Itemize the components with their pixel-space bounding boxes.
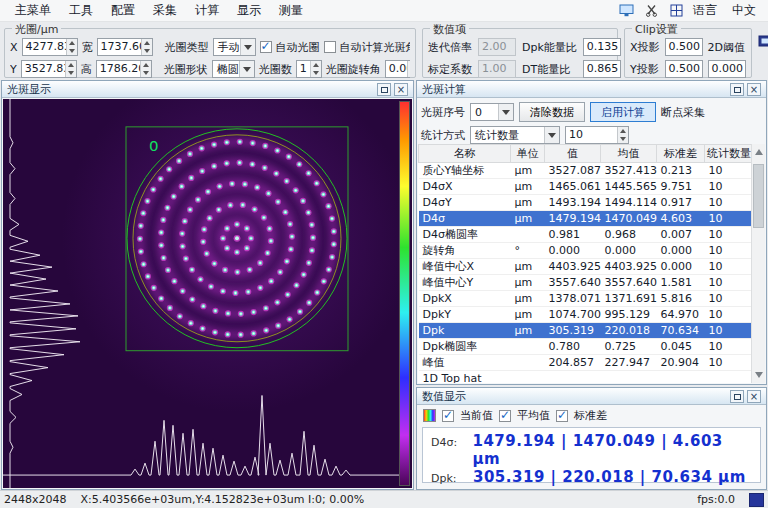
table-header-cell[interactable]: 单位: [511, 145, 545, 163]
table-row[interactable]: 旋转角°0.0000.0000.00010: [419, 243, 753, 259]
scissors-icon[interactable]: [643, 4, 659, 18]
x-projection-input[interactable]: 0.500: [665, 38, 703, 56]
menu-item[interactable]: 配置: [102, 0, 144, 22]
table-row[interactable]: DpkXμm1378.0711371.6915.81610: [419, 291, 753, 307]
clip-group-title: Clip设置: [632, 22, 681, 37]
aperture-rotation-input[interactable]: 0.00: [385, 60, 410, 78]
table-row[interactable]: D4σ椭圆率0.9810.9680.00710: [419, 227, 753, 243]
table-cell: 10: [705, 179, 753, 195]
table-row[interactable]: D4σXμm1465.0611445.5659.75110: [419, 179, 753, 195]
float-icon[interactable]: [730, 390, 744, 403]
table-cell: 9.751: [657, 179, 705, 195]
table-cell: [511, 355, 545, 371]
y-projection-input[interactable]: 0.500: [665, 60, 703, 78]
table-cell: °: [511, 243, 545, 259]
spot-image[interactable]: 0: [3, 99, 412, 488]
table-row[interactable]: 质心Y轴坐标μm3527.0873527.4130.21310: [419, 163, 753, 179]
table-cell: 10: [705, 259, 753, 275]
monitor-icon[interactable]: [618, 4, 634, 18]
calc-table: 名称单位值均值标准差统计数量 质心Y轴坐标μm3527.0873527.4130…: [418, 144, 765, 383]
auto-angle-checkbox[interactable]: [324, 41, 336, 53]
aperture-shape-select[interactable]: 椭圆: [212, 60, 255, 78]
spot-calc-panel: 光斑计算 × 光斑序号 0 清除数据 启用计算 断点采集 统计方式 统计数量 1…: [416, 80, 767, 385]
readout-options: 当前值平均值标准差: [417, 405, 766, 426]
palette-icon[interactable]: [423, 409, 436, 422]
numeric-field-input[interactable]: 1.00: [478, 60, 516, 78]
spot-index-select[interactable]: 0: [470, 103, 514, 121]
aperture-x-input[interactable]: 4277.83: [22, 38, 78, 56]
numeric-group: 数值项 迭代倍率2.00Dpk能量比0.135标定系数1.00DT能量比0.86…: [422, 28, 618, 78]
table-cell: [545, 371, 601, 384]
stats-mode-label: 统计方式: [421, 128, 465, 143]
float-icon[interactable]: [377, 83, 391, 96]
table-cell: 3527.413: [601, 163, 657, 179]
numeric-field-input[interactable]: 0.865: [583, 60, 621, 78]
aperture-count-input[interactable]: 1: [296, 60, 322, 78]
table-header-cell[interactable]: 均值: [601, 145, 657, 163]
grid-icon[interactable]: [668, 4, 684, 18]
table-cell: 1D Top hat: [419, 371, 511, 384]
spot-calc-titlebar: 光斑计算 ×: [417, 81, 766, 98]
stats-count-input[interactable]: 10: [565, 126, 629, 144]
toolbar: 光圈/μm X 4277.83 宽 1737.60 光圈类型 手动 自动光圈 自…: [0, 22, 768, 80]
auto-aperture-checkbox[interactable]: [260, 41, 272, 53]
table-row[interactable]: Dpk椭圆率0.7800.7250.04510: [419, 339, 753, 355]
table-cell: 64.970: [657, 307, 705, 323]
spot-display-panel: 光斑显示 × 0: [1, 80, 414, 490]
scrollbar-thumb[interactable]: [753, 164, 764, 228]
numeric-field-input[interactable]: 0.135: [583, 38, 621, 56]
float-icon[interactable]: [730, 83, 744, 96]
table-cell: 0.000: [601, 243, 657, 259]
table-row[interactable]: DpkYμm1074.700995.12964.97010: [419, 307, 753, 323]
capture-icon[interactable]: [758, 34, 768, 48]
table-header-cell[interactable]: 名称: [419, 145, 511, 163]
readout-checkbox[interactable]: [556, 410, 568, 422]
readout-checkbox[interactable]: [442, 410, 454, 422]
table-cell: 3557.640: [545, 275, 601, 291]
menu-item[interactable]: 主菜单: [6, 0, 60, 22]
table-cell: μm: [511, 275, 545, 291]
table-cell: 0.780: [545, 339, 601, 355]
2d-threshold-input[interactable]: 0.000: [708, 60, 746, 78]
enable-calc-button[interactable]: 启用计算: [590, 102, 656, 122]
aperture-width-input[interactable]: 1737.60: [97, 38, 153, 56]
aperture-group: 光圈/μm X 4277.83 宽 1737.60 光圈类型 手动 自动光圈 自…: [4, 28, 416, 78]
aperture-height-input[interactable]: 1786.20: [96, 60, 152, 78]
table-row[interactable]: 峰值204.857227.94720.90410: [419, 355, 753, 371]
table-row[interactable]: Dpkμm305.319220.01870.63410: [419, 323, 753, 339]
cursor-info-label: X:5.403566e+03um,Y:4.152823e+03um I:0; 0…: [81, 493, 365, 506]
clear-data-button[interactable]: 清除数据: [519, 102, 585, 122]
corner-button[interactable]: [749, 493, 764, 507]
menu-item[interactable]: 采集: [144, 0, 186, 22]
table-cell: [511, 371, 545, 384]
close-icon[interactable]: ×: [394, 83, 408, 96]
close-icon[interactable]: ×: [747, 83, 761, 96]
stats-mode-select[interactable]: 统计数量: [470, 126, 560, 144]
readout-row-label: D4σ:: [431, 436, 465, 449]
table-header-cell[interactable]: 统计数量: [705, 145, 753, 163]
menu-item[interactable]: 计算: [186, 0, 228, 22]
table-row[interactable]: 峰值中心Yμm3557.6403557.6401.58110: [419, 275, 753, 291]
table-header-cell[interactable]: 标准差: [657, 145, 705, 163]
table-row[interactable]: D4σμm1479.1941470.0494.60310: [419, 211, 753, 227]
table-cell: 220.018: [601, 323, 657, 339]
chevron-down-icon: [240, 39, 255, 55]
menu-item[interactable]: 测量: [270, 0, 312, 22]
table-row[interactable]: 1D Top hat: [419, 371, 753, 384]
table-header-cell[interactable]: 值: [545, 145, 601, 163]
menu-item[interactable]: 工具: [60, 0, 102, 22]
language-select[interactable]: 中文: [726, 1, 762, 20]
table-row[interactable]: 峰值中心Xμm4403.9254403.9250.00010: [419, 259, 753, 275]
table-scrollbar[interactable]: [751, 144, 765, 383]
table-cell: 3527.087: [545, 163, 601, 179]
readout-checkbox[interactable]: [499, 410, 511, 422]
readout-values: D4σ:1479.194 | 1470.049 | 4.603 μmDpk:30…: [422, 427, 761, 483]
numeric-field-input[interactable]: 2.00: [478, 38, 516, 56]
close-icon[interactable]: ×: [747, 390, 761, 403]
table-cell: 3557.640: [601, 275, 657, 291]
menu-item[interactable]: 显示: [228, 0, 270, 22]
aperture-y-input[interactable]: 3527.83: [21, 60, 77, 78]
aperture-type-select[interactable]: 手动: [213, 38, 256, 56]
table-row[interactable]: D4σYμm1493.1941494.1140.91710: [419, 195, 753, 211]
breakpoint-capture-button[interactable]: 断点采集: [661, 105, 705, 120]
